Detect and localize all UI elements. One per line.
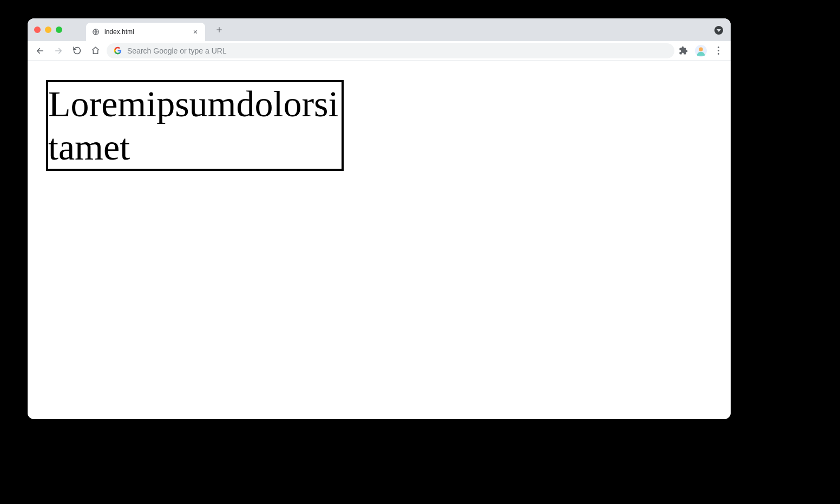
new-tab-button[interactable] — [212, 22, 227, 37]
window-controls — [34, 26, 62, 33]
reload-button[interactable] — [70, 44, 84, 58]
content-text: Loremipsumdolorsitamet — [48, 83, 338, 168]
home-button[interactable] — [88, 44, 102, 58]
browser-window: index.html — [28, 18, 731, 419]
browser-menu-button[interactable] — [713, 46, 723, 56]
google-icon — [113, 47, 122, 55]
extensions-button[interactable] — [679, 46, 688, 56]
address-bar-placeholder: Search Google or type a URL — [127, 47, 668, 55]
svg-point-2 — [699, 47, 703, 51]
profile-avatar[interactable] — [695, 45, 707, 57]
back-button[interactable] — [33, 44, 47, 58]
page-viewport: Loremipsumdolorsitamet — [28, 61, 731, 419]
forward-button[interactable] — [51, 44, 65, 58]
fullscreen-window-button[interactable] — [56, 26, 62, 33]
globe-icon — [91, 28, 100, 36]
toolbar: Search Google or type a URL — [28, 41, 731, 61]
toolbar-right — [679, 45, 725, 57]
tab-strip: index.html — [28, 18, 731, 41]
tab-search-button[interactable] — [714, 26, 723, 35]
minimize-window-button[interactable] — [45, 26, 51, 33]
address-bar[interactable]: Search Google or type a URL — [107, 43, 674, 58]
close-tab-icon[interactable] — [191, 28, 200, 36]
content-box: Loremipsumdolorsitamet — [46, 80, 344, 171]
close-window-button[interactable] — [34, 26, 41, 33]
tab-active[interactable]: index.html — [86, 23, 205, 41]
tab-title: index.html — [104, 28, 191, 36]
